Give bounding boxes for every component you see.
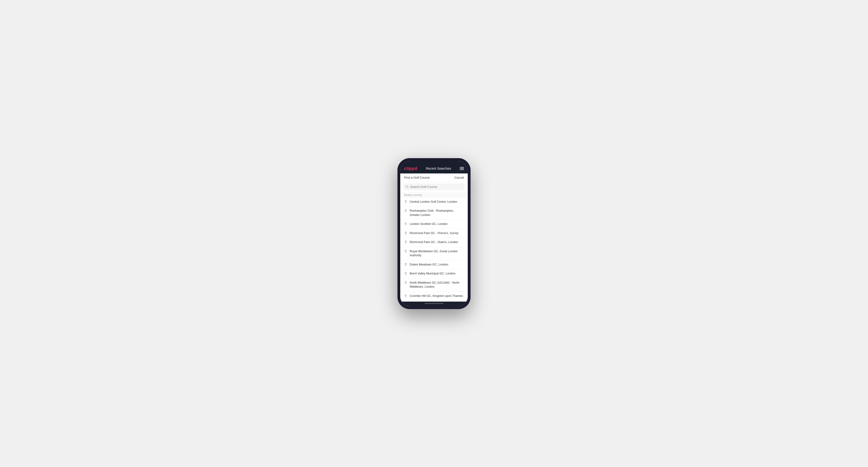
list-item[interactable]: Coombe Hill GC, Kingston upon Thames: [400, 292, 468, 301]
course-name: Richmond Park GC - Duke's, London: [410, 240, 458, 245]
search-input[interactable]: [410, 185, 463, 189]
list-item[interactable]: Royal Wimbledon GC, Great London Authori…: [400, 247, 468, 260]
course-list: Central London Golf Centre, London Roeha…: [400, 197, 468, 302]
course-name: Dukes Meadows GC, London: [410, 262, 448, 267]
svg-point-2: [405, 201, 406, 201]
course-name: North Middlesex GC (1011942 - North Midd…: [410, 281, 464, 289]
cancel-button[interactable]: Cancel: [455, 176, 464, 179]
nav-title: Recent Searches: [426, 166, 451, 170]
location-pin-icon: [404, 263, 407, 266]
menu-icon[interactable]: [460, 167, 464, 170]
list-item[interactable]: Richmond Park GC - Duke's, London: [400, 238, 468, 247]
location-pin-icon: [404, 250, 407, 253]
course-name: Richmond Park GC - Prince's, Surrey: [410, 231, 459, 236]
list-item[interactable]: Central London Golf Centre, London: [400, 197, 468, 207]
content-area: Find a Golf Course Cancel Nearby courses: [400, 174, 468, 302]
app-logo: clippd: [404, 166, 417, 171]
svg-point-4: [405, 223, 406, 224]
course-name: Royal Wimbledon GC, Great London Authori…: [410, 249, 464, 258]
location-pin-icon: [404, 272, 407, 275]
phone-screen: clippd Recent Searches Find a Golf Cours…: [400, 161, 468, 306]
list-item[interactable]: Roehampton Club - Roehampton, Greater Lo…: [400, 207, 468, 220]
search-wrapper: [403, 183, 465, 190]
svg-point-5: [405, 232, 406, 233]
nav-bar: clippd Recent Searches: [400, 164, 468, 174]
svg-point-3: [405, 210, 406, 211]
list-item[interactable]: Dukes Meadows GC, London: [400, 260, 468, 270]
status-bar: [400, 161, 468, 164]
home-indicator: [400, 302, 468, 306]
svg-point-9: [405, 273, 406, 273]
location-pin-icon: [404, 241, 407, 244]
list-item[interactable]: Brent Valley Municipal GC, London: [400, 269, 468, 278]
location-pin-icon: [404, 209, 407, 212]
course-name: Roehampton Club - Roehampton, Greater Lo…: [410, 209, 464, 217]
search-icon: [405, 185, 409, 188]
location-pin-icon: [404, 222, 407, 226]
course-name: Brent Valley Municipal GC, London: [410, 272, 456, 276]
list-item[interactable]: Richmond Park GC - Prince's, Surrey: [400, 229, 468, 238]
home-bar: [425, 303, 443, 304]
location-pin-icon: [404, 294, 407, 298]
svg-point-6: [405, 241, 406, 242]
location-pin-icon: [404, 231, 407, 235]
list-item[interactable]: London Scottish GC, London: [400, 220, 468, 229]
find-title: Find a Golf Course: [404, 176, 430, 179]
list-item[interactable]: North Middlesex GC (1011942 - North Midd…: [400, 278, 468, 292]
svg-point-10: [405, 282, 406, 282]
course-name: Central London Golf Centre, London: [410, 200, 457, 204]
location-pin-icon: [404, 281, 407, 284]
phone-device: clippd Recent Searches Find a Golf Cours…: [397, 158, 471, 309]
location-pin-icon: [404, 200, 407, 204]
svg-point-11: [405, 295, 406, 295]
svg-line-1: [408, 187, 408, 188]
course-name: London Scottish GC, London: [410, 222, 448, 226]
course-name: Coombe Hill GC, Kingston upon Thames: [410, 294, 463, 298]
find-header: Find a Golf Course Cancel: [400, 174, 468, 182]
svg-point-8: [405, 263, 406, 264]
svg-point-7: [405, 250, 406, 251]
nearby-section-label: Nearby courses: [400, 192, 468, 197]
search-box: [400, 182, 468, 192]
